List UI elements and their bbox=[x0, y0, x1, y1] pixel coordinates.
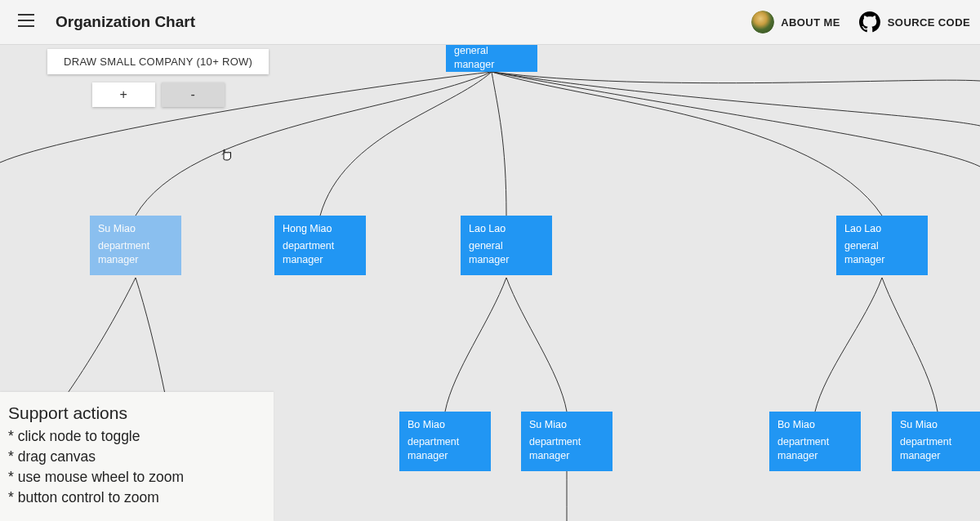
zoom-in-button[interactable]: + bbox=[92, 82, 155, 107]
org-node-bo-miao-2[interactable]: Bo Miao department manager bbox=[769, 412, 861, 471]
help-line: * click node to toggle bbox=[8, 428, 265, 445]
org-node-role: department manager bbox=[777, 435, 853, 463]
help-panel: Support actions * click node to toggle *… bbox=[0, 392, 274, 521]
help-line: * use mouse wheel to zoom bbox=[8, 469, 265, 486]
about-me-link[interactable]: ABOUT ME bbox=[751, 11, 840, 33]
org-node-role: department manager bbox=[900, 435, 975, 463]
draw-company-button[interactable]: DRAW SMALL COMPANY (10+ ROW) bbox=[47, 49, 269, 74]
org-node-su-miao-1[interactable]: Su Miao department manager bbox=[90, 216, 181, 275]
source-code-label: SOURCE CODE bbox=[888, 16, 970, 29]
org-node-hong-miao[interactable]: Hong Miao department manager bbox=[274, 216, 366, 275]
zoom-out-button[interactable]: - bbox=[162, 82, 225, 107]
github-icon bbox=[858, 11, 881, 33]
org-node-role: department manager bbox=[529, 435, 604, 463]
org-node-role: department manager bbox=[283, 239, 358, 267]
source-code-link[interactable]: SOURCE CODE bbox=[858, 11, 970, 33]
help-title: Support actions bbox=[8, 403, 265, 423]
org-node-role: department manager bbox=[408, 435, 483, 463]
hamburger-icon bbox=[18, 14, 34, 30]
org-node-lao-lao-1[interactable]: Lao Lao general manager bbox=[461, 216, 552, 275]
org-node-name: Bo Miao bbox=[777, 418, 853, 432]
control-toolbar: DRAW SMALL COMPANY (10+ ROW) + - bbox=[47, 49, 269, 107]
help-line: * drag canvas bbox=[8, 448, 265, 465]
org-node-role: general manager bbox=[469, 239, 544, 267]
org-node-name: Bo Miao bbox=[408, 418, 483, 432]
org-node-name: Lao Lao bbox=[844, 222, 920, 236]
org-node-lao-lao-2[interactable]: Lao Lao general manager bbox=[836, 216, 928, 275]
help-line: * button control to zoom bbox=[8, 489, 265, 506]
page-title: Organization Chart bbox=[56, 13, 195, 31]
app-header: Organization Chart ABOUT ME SOURCE CODE bbox=[0, 0, 980, 45]
org-node-role: department manager bbox=[98, 239, 173, 267]
menu-button[interactable] bbox=[13, 9, 39, 35]
org-node-role: general manager bbox=[454, 44, 529, 72]
avatar-icon bbox=[751, 11, 774, 33]
org-node-su-miao-3[interactable]: Su Miao department manager bbox=[892, 412, 980, 471]
about-me-label: ABOUT ME bbox=[781, 16, 840, 29]
org-node-bo-miao-1[interactable]: Bo Miao department manager bbox=[399, 412, 491, 471]
org-node-name: Lao Lao bbox=[469, 222, 544, 236]
org-node-su-miao-2[interactable]: Su Miao department manager bbox=[521, 412, 612, 471]
org-node-root[interactable]: general manager bbox=[446, 44, 537, 72]
org-node-name: Hong Miao bbox=[283, 222, 358, 236]
org-node-name: Su Miao bbox=[98, 222, 173, 236]
org-node-role: general manager bbox=[844, 239, 920, 267]
org-node-name: Su Miao bbox=[529, 418, 604, 432]
org-node-name: Su Miao bbox=[900, 418, 975, 432]
